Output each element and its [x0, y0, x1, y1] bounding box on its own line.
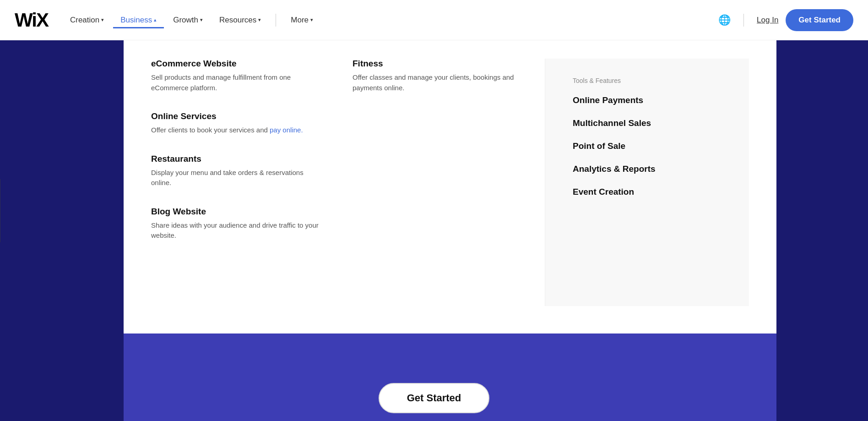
blog-title[interactable]: Blog Website [151, 207, 325, 217]
wix-logo[interactable]: WiX [15, 9, 48, 31]
pay-online-link[interactable]: pay online. [270, 126, 303, 134]
chevron-down-icon: ▾ [200, 17, 203, 23]
analytics-reports-link[interactable]: Analytics & Reports [573, 164, 749, 174]
wix-watermark: Created with Wix [0, 179, 0, 242]
chevron-down-icon: ▾ [258, 17, 261, 23]
ecommerce-desc: Sell products and manage fulfillment fro… [151, 72, 325, 93]
get-started-banner: Get Started [0, 375, 868, 421]
online-services-item: Online Services Offer clients to book yo… [151, 111, 325, 136]
dropdown-right-column: Tools & Features Online Payments Multich… [545, 59, 749, 306]
chevron-up-icon: ▴ [154, 17, 157, 23]
nav-item-creation[interactable]: Creation ▾ [63, 12, 111, 28]
nav-divider-2 [743, 14, 744, 27]
multichannel-sales-link[interactable]: Multichannel Sales [573, 118, 749, 128]
fitness-desc: Offer classes and manage your clients, b… [353, 72, 517, 93]
blog-desc: Share ideas with your audience and drive… [151, 220, 325, 241]
tools-section-label: Tools & Features [573, 77, 749, 84]
nav-right: 🌐 Log In Get Started [718, 9, 853, 31]
get-started-banner-button[interactable]: Get Started [379, 383, 490, 413]
login-button[interactable]: Log In [757, 16, 778, 25]
point-of-sale-link[interactable]: Point of Sale [573, 141, 749, 151]
right-dark-panel [776, 40, 868, 421]
left-dark-panel [0, 40, 124, 421]
online-services-title[interactable]: Online Services [151, 111, 325, 121]
nav-item-business[interactable]: Business ▴ [113, 12, 164, 28]
navbar: WiX Creation ▾ Business ▴ Growth ▾ Resou… [0, 0, 868, 40]
get-started-button[interactable]: Get Started [786, 9, 853, 31]
fitness-title[interactable]: Fitness [353, 59, 517, 69]
nav-links: Creation ▾ Business ▴ Growth ▾ Resources… [63, 12, 718, 28]
nav-item-more[interactable]: More ▾ [283, 12, 320, 28]
dropdown-middle-column: Fitness Offer classes and manage your cl… [343, 59, 536, 306]
online-payments-link[interactable]: Online Payments [573, 95, 749, 105]
restaurants-item: Restaurants Display your menu and take o… [151, 154, 325, 188]
event-creation-link[interactable]: Event Creation [573, 187, 749, 197]
chevron-down-icon: ▾ [101, 17, 104, 23]
nav-divider [276, 14, 276, 27]
online-services-desc: Offer clients to book your services and … [151, 125, 325, 136]
dropdown-left-column: eCommerce Website Sell products and mana… [151, 59, 343, 306]
nav-item-resources[interactable]: Resources ▾ [212, 12, 268, 28]
blog-item: Blog Website Share ideas with your audie… [151, 207, 325, 241]
ecommerce-title[interactable]: eCommerce Website [151, 59, 325, 69]
fitness-item: Fitness Offer classes and manage your cl… [353, 59, 517, 93]
restaurants-desc: Display your menu and take orders & rese… [151, 168, 325, 188]
nav-item-growth[interactable]: Growth ▾ [166, 12, 210, 28]
ecommerce-item: eCommerce Website Sell products and mana… [151, 59, 325, 93]
business-dropdown: eCommerce Website Sell products and mana… [124, 40, 776, 334]
restaurants-title[interactable]: Restaurants [151, 154, 325, 164]
language-selector-icon[interactable]: 🌐 [718, 14, 731, 26]
chevron-down-icon: ▾ [310, 17, 313, 23]
